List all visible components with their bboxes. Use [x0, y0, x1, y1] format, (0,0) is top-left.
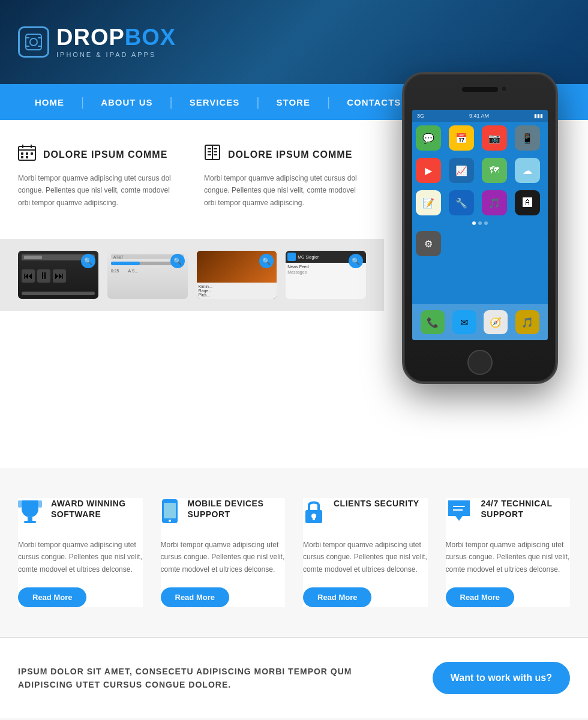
feature-card-1-header: MOBILE DEVICES SUPPORT [161, 498, 286, 530]
app-icon-youtube: ▶ [416, 158, 441, 183]
dock-ipod: 🎵 [515, 310, 539, 334]
app-grid-row-2: ▶ 📈 🗺 ☁ [412, 154, 548, 187]
phone-status-bar: 3G 9:41 AM ▮▮▮ [412, 110, 548, 122]
search-overlay-1: 🔍 [81, 254, 95, 268]
nav-item-services[interactable]: SERVICES [173, 84, 257, 120]
feature-card-0: AWARD WINNING SOFTWARE Morbi tempor quam… [18, 498, 143, 607]
logo-text: DROPBOX IPHONE & IPAD APPS [56, 26, 176, 58]
phone-body: 3G 9:41 AM ▮▮▮ 💬 📅 📷 📱 ▶ 📈 🗺 ☁ [402, 72, 558, 384]
time-text: 9:41 AM [469, 113, 489, 119]
phone-home-button [467, 350, 493, 375]
cta-button[interactable]: Want to work with us? [433, 662, 570, 694]
app-icon-messages: 💬 [416, 125, 441, 151]
app-icon-appstore: 🅰 [515, 190, 540, 215]
screenshot-2[interactable]: AT&T 0:25 A S... 🔍 [107, 251, 188, 299]
header: DROPBOX IPHONE & IPAD APPS [0, 0, 588, 84]
hero-feature-2-title-row: DOLORE IPSUM COMME [204, 144, 366, 165]
svg-rect-32 [313, 517, 315, 520]
hero-feature-1-text: Morbi tempor quamve adipiscing utet curs… [18, 172, 180, 209]
svg-point-1 [30, 38, 37, 46]
app-icon-settings: ⚙ [416, 231, 441, 256]
read-more-btn-1[interactable]: Read More [161, 587, 229, 607]
feature-card-1: MOBILE DEVICES SUPPORT Morbi tempor quam… [161, 498, 286, 607]
phone-mockup: 3G 9:41 AM ▮▮▮ 💬 📅 📷 📱 ▶ 📈 🗺 ☁ [384, 72, 576, 420]
logo[interactable]: DROPBOX IPHONE & IPAD APPS [18, 26, 176, 58]
dock-safari: 🧭 [484, 310, 508, 334]
nav-item-store[interactable]: STORE [260, 84, 327, 120]
svg-rect-10 [21, 152, 23, 155]
app-grid-row-3: 📝 🔧 🎵 🅰 [412, 187, 548, 219]
hero-feature-1-title: DOLORE IPSUM COMME [43, 149, 167, 160]
phone-speaker [462, 87, 498, 92]
feature-card-0-header: AWARD WINNING SOFTWARE [18, 498, 143, 530]
hero-feature-2: DOLORE IPSUM COMME Morbi tempor quamve a… [204, 144, 366, 209]
app-icon-maps: 🗺 [482, 158, 507, 183]
carrier-text: 3G [417, 113, 424, 119]
screenshot-1[interactable]: ⏮ ⏸ ⏭ 🔍 [18, 251, 98, 299]
app-icon-stocks: 📈 [449, 158, 474, 183]
nav-item-about[interactable]: ABOUT US [84, 84, 169, 120]
app-icon-photos: 📷 [482, 125, 507, 151]
hero-feature-2-title: DOLORE IPSUM COMME [228, 149, 352, 160]
read-more-btn-0[interactable]: Read More [18, 587, 86, 607]
feature-card-1-title: MOBILE DEVICES SUPPORT [188, 498, 286, 520]
search-overlay-2: 🔍 [170, 254, 185, 268]
battery-icon: ▮▮▮ [534, 113, 543, 119]
hero-feature-2-text: Morbi tempor quamve adipiscing utet curs… [204, 172, 366, 209]
hero-feature-1: DOLORE IPSUM COMME Morbi tempor quamve a… [18, 144, 180, 209]
app-icon-notes: 📝 [416, 190, 441, 215]
svg-rect-0 [26, 34, 41, 50]
nav-item-home[interactable]: HOME [18, 84, 81, 120]
screenshot-4[interactable]: MG Siegler News Feed Messages 🔍 [286, 251, 366, 299]
mobile-icon [161, 498, 179, 530]
phone-screen: 3G 9:41 AM ▮▮▮ 💬 📅 📷 📱 ▶ 📈 🗺 ☁ [412, 110, 548, 340]
hero-section: DOLORE IPSUM COMME Morbi tempor quamve a… [0, 120, 588, 468]
app-icon-camera: 📱 [515, 125, 540, 151]
feature-card-2: CLIENTS SECURITY Morbi tempor quamve adi… [303, 498, 428, 607]
read-more-btn-2[interactable]: Read More [303, 587, 371, 607]
logo-icon [18, 26, 49, 58]
features-grid: AWARD WINNING SOFTWARE Morbi tempor quam… [18, 498, 570, 607]
features-section: AWARD WINNING SOFTWARE Morbi tempor quam… [0, 468, 588, 637]
logo-title: DROPBOX [56, 26, 176, 49]
cta-section: IPSUM DOLOR SIT AMET, CONSECETU ADIPISCI… [0, 637, 588, 718]
logo-box: BOX [125, 25, 176, 50]
app-icon-utilities: 🔧 [449, 190, 474, 215]
app-icon-itunes: 🎵 [482, 190, 507, 215]
svg-rect-24 [24, 521, 36, 523]
svg-rect-11 [26, 152, 28, 155]
screenshot-3[interactable]: Kimin... Rage.. Plus... 🔍 [197, 251, 277, 299]
svg-point-29 [169, 520, 171, 522]
dock-mail: ✉ [452, 310, 476, 334]
cta-text: IPSUM DOLOR SIT AMET, CONSECETU ADIPISCI… [18, 665, 366, 692]
feature-card-2-text: Morbi tempor quamve adipiscing utet curs… [303, 539, 428, 575]
svg-rect-13 [21, 156, 23, 158]
app-icon-weather: ☁ [515, 158, 540, 183]
nav-items: HOME | ABOUT US | SERVICES | STORE | CON… [18, 84, 418, 120]
hero-feature-1-title-row: DOLORE IPSUM COMME [18, 144, 180, 165]
app-icon-calendar: 📅 [449, 125, 474, 151]
search-overlay-4: 🔍 [349, 254, 363, 268]
logo-drop: DROP [56, 25, 125, 50]
hero-content: DOLORE IPSUM COMME Morbi tempor quamve a… [0, 120, 384, 239]
svg-rect-12 [31, 152, 33, 155]
phone-dock: 📞 ✉ 🧭 🎵 [412, 304, 548, 340]
svg-rect-25 [18, 500, 22, 508]
app-grid-row-5: ⚙ [412, 227, 548, 260]
book-icon [204, 144, 221, 165]
svg-rect-26 [38, 500, 42, 508]
calendar-icon [18, 144, 36, 165]
feature-card-3-header: 24/7 TECHNICAL SUPPORT [446, 498, 571, 530]
logo-subtitle: IPHONE & IPAD APPS [56, 51, 176, 58]
feature-card-0-text: Morbi tempor quamve adipiscing utet curs… [18, 539, 143, 575]
trophy-icon [18, 498, 42, 530]
hero-features-row: DOLORE IPSUM COMME Morbi tempor quamve a… [18, 144, 366, 209]
feature-card-2-title: CLIENTS SECURITY [334, 498, 419, 509]
feature-card-1-text: Morbi tempor quamve adipiscing utet curs… [161, 539, 286, 575]
chat-icon [446, 498, 472, 530]
read-more-btn-3[interactable]: Read More [446, 587, 514, 607]
feature-card-0-title: AWARD WINNING SOFTWARE [51, 498, 143, 520]
svg-rect-14 [26, 156, 28, 158]
feature-card-2-header: CLIENTS SECURITY [303, 498, 428, 530]
dock-phone: 📞 [421, 310, 445, 334]
